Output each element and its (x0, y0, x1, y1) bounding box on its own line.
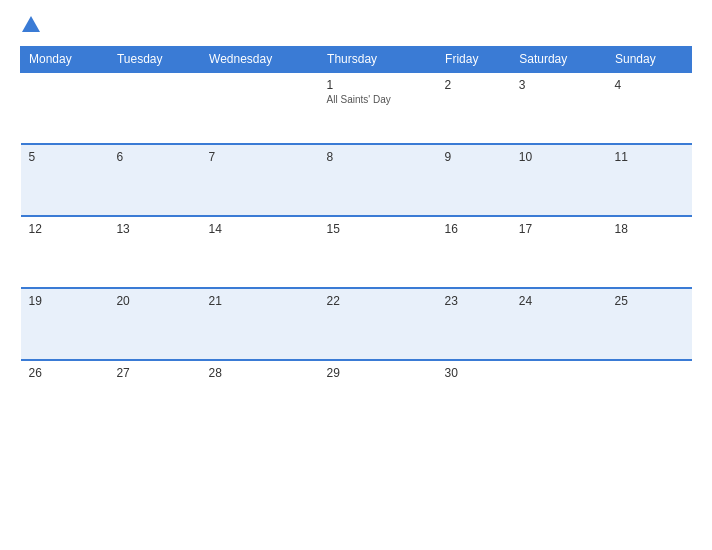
calendar-cell: 4 (606, 72, 691, 144)
day-number: 7 (209, 150, 311, 164)
calendar-cell (108, 72, 200, 144)
calendar-cell: 22 (319, 288, 437, 360)
day-number: 14 (209, 222, 311, 236)
calendar-week-row: 1All Saints' Day234 (21, 72, 692, 144)
calendar-cell: 28 (201, 360, 319, 432)
calendar-cell: 19 (21, 288, 109, 360)
calendar-cell: 27 (108, 360, 200, 432)
day-number: 18 (614, 222, 683, 236)
calendar-cell (201, 72, 319, 144)
day-number: 25 (614, 294, 683, 308)
day-number: 2 (445, 78, 503, 92)
day-number: 12 (29, 222, 101, 236)
day-number: 29 (327, 366, 429, 380)
calendar-cell: 25 (606, 288, 691, 360)
calendar-cell: 8 (319, 144, 437, 216)
day-number: 6 (116, 150, 192, 164)
calendar-cell: 7 (201, 144, 319, 216)
day-number: 1 (327, 78, 429, 92)
calendar-cell: 5 (21, 144, 109, 216)
calendar-cell: 30 (437, 360, 511, 432)
calendar-week-row: 19202122232425 (21, 288, 692, 360)
calendar-week-row: 12131415161718 (21, 216, 692, 288)
calendar-cell: 17 (511, 216, 607, 288)
event-label: All Saints' Day (327, 94, 429, 105)
calendar-cell: 20 (108, 288, 200, 360)
day-number: 24 (519, 294, 599, 308)
day-number: 9 (445, 150, 503, 164)
calendar-cell: 14 (201, 216, 319, 288)
calendar-cell: 6 (108, 144, 200, 216)
day-number: 3 (519, 78, 599, 92)
day-number: 10 (519, 150, 599, 164)
calendar-cell: 12 (21, 216, 109, 288)
day-number: 15 (327, 222, 429, 236)
calendar-week-row: 2627282930 (21, 360, 692, 432)
day-number: 11 (614, 150, 683, 164)
calendar-cell: 29 (319, 360, 437, 432)
calendar-cell: 2 (437, 72, 511, 144)
day-number: 20 (116, 294, 192, 308)
weekday-header-monday: Monday (21, 47, 109, 73)
day-number: 30 (445, 366, 503, 380)
weekday-header-saturday: Saturday (511, 47, 607, 73)
calendar-cell: 21 (201, 288, 319, 360)
day-number: 16 (445, 222, 503, 236)
calendar-cell: 11 (606, 144, 691, 216)
calendar-cell: 16 (437, 216, 511, 288)
day-number: 26 (29, 366, 101, 380)
calendar-header (20, 18, 692, 32)
calendar-cell: 18 (606, 216, 691, 288)
day-number: 5 (29, 150, 101, 164)
day-number: 8 (327, 150, 429, 164)
calendar-week-row: 567891011 (21, 144, 692, 216)
day-number: 19 (29, 294, 101, 308)
calendar-cell: 26 (21, 360, 109, 432)
day-number: 27 (116, 366, 192, 380)
weekday-header-row: MondayTuesdayWednesdayThursdayFridaySatu… (21, 47, 692, 73)
logo (20, 18, 40, 32)
calendar-page: MondayTuesdayWednesdayThursdayFridaySatu… (0, 0, 712, 550)
calendar-cell (606, 360, 691, 432)
day-number: 17 (519, 222, 599, 236)
calendar-cell: 10 (511, 144, 607, 216)
calendar-table: MondayTuesdayWednesdayThursdayFridaySatu… (20, 46, 692, 432)
calendar-cell: 23 (437, 288, 511, 360)
calendar-cell: 15 (319, 216, 437, 288)
weekday-header-sunday: Sunday (606, 47, 691, 73)
day-number: 4 (614, 78, 683, 92)
weekday-header-tuesday: Tuesday (108, 47, 200, 73)
calendar-cell (21, 72, 109, 144)
day-number: 22 (327, 294, 429, 308)
calendar-cell: 13 (108, 216, 200, 288)
day-number: 23 (445, 294, 503, 308)
calendar-cell: 9 (437, 144, 511, 216)
calendar-cell: 3 (511, 72, 607, 144)
calendar-cell: 24 (511, 288, 607, 360)
day-number: 13 (116, 222, 192, 236)
day-number: 21 (209, 294, 311, 308)
logo-triangle-icon (22, 16, 40, 32)
weekday-header-friday: Friday (437, 47, 511, 73)
day-number: 28 (209, 366, 311, 380)
weekday-header-thursday: Thursday (319, 47, 437, 73)
weekday-header-wednesday: Wednesday (201, 47, 319, 73)
calendar-cell: 1All Saints' Day (319, 72, 437, 144)
calendar-cell (511, 360, 607, 432)
